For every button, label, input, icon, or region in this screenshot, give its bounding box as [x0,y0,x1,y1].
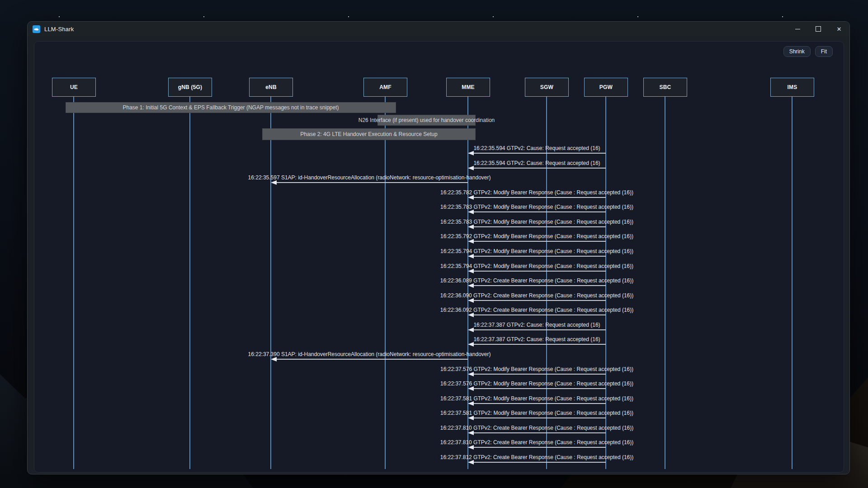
lifeline [73,97,74,469]
maximize-button[interactable] [808,22,829,36]
actor-box: SGW [525,78,569,97]
message-label[interactable]: 16:22:37.812 GTPv2: Create Bearer Respon… [440,454,634,460]
note-band: N26 Interface (if present) used for hand… [377,115,476,126]
message-arrow[interactable] [473,211,606,212]
message-label[interactable]: 16:22:35.794 GTPv2: Modify Bearer Respon… [440,263,633,269]
message-label[interactable]: 16:22:37.387 GTPv2: Cause: Request accep… [473,336,600,343]
actor-box: SBC [643,78,687,97]
message-label[interactable]: 16:22:35.782 GTPv2: Modify Bearer Respon… [440,189,633,196]
arrowhead-icon [468,269,474,273]
message-arrow[interactable] [473,344,606,345]
close-button[interactable]: ✕ [829,22,849,36]
actor-label: MME [462,84,475,90]
message-arrow[interactable] [473,285,606,286]
message-arrow[interactable] [473,197,606,198]
band-label: Phase 2: 4G LTE Handover Execution & Res… [300,131,437,137]
sequence-diagram: UEgNB (5G)eNBAMFMMESGWPGWSBCIMSPhase 1: … [34,42,844,472]
arrowhead-icon [468,239,474,244]
arrowhead-icon [468,431,474,435]
message-arrow[interactable] [473,374,606,375]
actor-label: gNB (5G) [178,84,203,90]
band-label: N26 Interface (if present) used for hand… [359,117,495,123]
lifeline [665,97,665,469]
arrowhead-icon [468,445,474,450]
shrink-button[interactable]: Shrink [783,46,811,57]
titlebar[interactable]: LLM-Shark ✕ [28,22,849,36]
actor-label: eNB [265,84,277,90]
message-label[interactable]: 16:22:36.090 GTPv2: Create Bearer Respon… [440,292,634,299]
actor-label: PGW [599,84,613,90]
actor-box: gNB (5G) [168,78,212,97]
arrowhead-icon [468,342,474,347]
message-label[interactable]: 16:22:37.576 GTPv2: Modify Bearer Respon… [440,380,633,387]
lifeline [385,97,386,469]
actor-box: AMF [363,78,407,97]
fit-button[interactable]: Fit [815,46,833,57]
message-label[interactable]: 16:22:35.783 GTPv2: Modify Bearer Respon… [440,204,633,210]
message-arrow[interactable] [473,271,606,272]
actor-box: eNB [249,78,293,97]
maximize-icon [816,26,821,32]
message-label[interactable]: 16:22:35.792 GTPv2: Modify Bearer Respon… [440,233,633,239]
arrowhead-icon [468,283,474,288]
actor-box: PGW [584,78,628,97]
actor-label: SGW [540,84,553,90]
arrowhead-icon [468,401,474,406]
actor-box: MME [446,78,490,97]
message-label[interactable]: 16:22:35.597 S1AP: id-HandoverResourceAl… [248,174,491,181]
lifeline [270,97,271,469]
message-label[interactable]: 16:22:37.810 GTPv2: Create Bearer Respon… [440,439,634,446]
shark-app-icon [33,25,40,33]
lifeline [792,97,793,469]
message-label[interactable]: 16:22:37.387 GTPv2: Cause: Request accep… [473,322,600,328]
message-label[interactable]: 16:22:37.581 GTPv2: Modify Bearer Respon… [440,395,633,402]
message-arrow[interactable] [473,226,606,227]
message-label[interactable]: 16:22:37.581 GTPv2: Modify Bearer Respon… [440,410,633,416]
arrowhead-icon [468,254,474,258]
message-arrow[interactable] [473,300,606,301]
message-arrow[interactable] [473,388,606,389]
message-label[interactable]: 16:22:36.089 GTPv2: Create Bearer Respon… [440,277,634,284]
arrowhead-icon [468,313,474,317]
message-label[interactable]: 16:22:35.794 GTPv2: Modify Bearer Respon… [440,248,633,254]
actor-box: IMS [770,78,814,97]
message-label[interactable]: 16:22:37.810 GTPv2: Create Bearer Respon… [440,425,634,431]
lifeline [189,97,190,469]
actor-box: UE [52,78,96,97]
phase-band: Phase 2: 4G LTE Handover Execution & Res… [262,128,476,140]
message-arrow[interactable] [473,418,606,418]
arrowhead-icon [468,460,474,465]
arrowhead-icon [468,151,474,155]
message-arrow[interactable] [276,359,468,360]
message-arrow[interactable] [473,447,606,448]
message-arrow[interactable] [473,329,606,330]
message-arrow[interactable] [473,432,606,433]
phase-band: Phase 1: Initial 5G Context & EPS Fallba… [66,102,396,113]
arrowhead-icon [468,225,474,229]
message-arrow[interactable] [276,182,468,183]
app-window: LLM-Shark ✕ Shrink Fit UEgNB (5G)eNBAMFM… [27,21,850,474]
message-label[interactable]: 16:22:37.576 GTPv2: Modify Bearer Respon… [440,366,633,372]
message-arrow[interactable] [473,462,606,463]
message-label[interactable]: 16:22:35.594 GTPv2: Cause: Request accep… [473,145,600,151]
message-arrow[interactable] [473,153,606,154]
minimize-button[interactable] [787,22,808,36]
message-arrow[interactable] [473,241,606,242]
message-arrow[interactable] [473,168,606,169]
message-label[interactable]: 16:22:37.390 S1AP: id-HandoverResourceAl… [248,351,491,357]
message-arrow[interactable] [473,314,606,315]
actor-label: UE [70,84,78,90]
arrowhead-icon [468,298,474,303]
message-arrow[interactable] [473,403,606,404]
message-label[interactable]: 16:22:35.783 GTPv2: Modify Bearer Respon… [440,219,633,225]
arrowhead-icon [271,180,277,185]
arrowhead-icon [468,372,474,376]
arrowhead-icon [468,416,474,420]
window-controls: ✕ [787,22,849,36]
message-label[interactable]: 16:22:36.092 GTPv2: Create Bearer Respon… [440,307,634,313]
close-icon: ✕ [837,26,842,33]
message-arrow[interactable] [473,256,606,257]
message-label[interactable]: 16:22:35.594 GTPv2: Cause: Request accep… [473,160,600,166]
actor-label: AMF [379,84,392,90]
arrowhead-icon [468,210,474,214]
